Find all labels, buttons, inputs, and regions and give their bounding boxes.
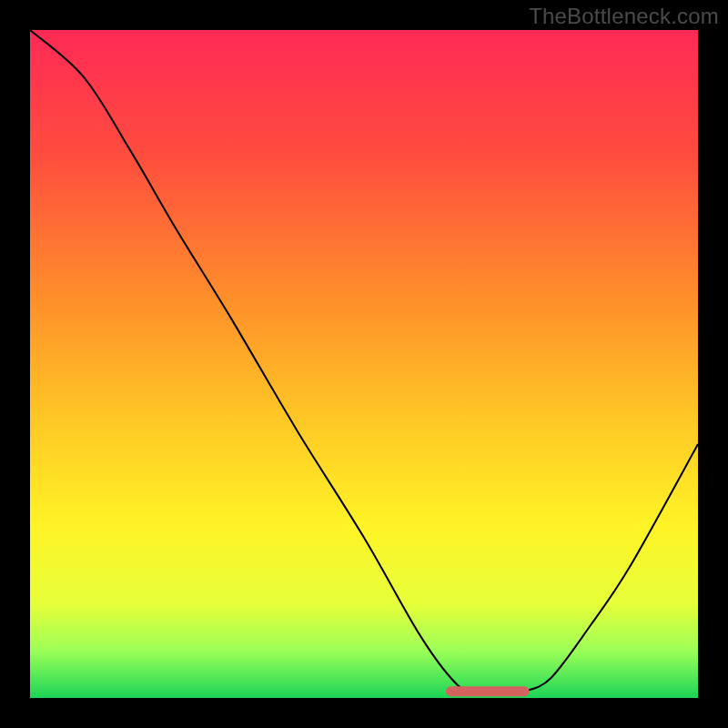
watermark-text: TheBottleneck.com: [529, 4, 719, 29]
plot-area: [30, 30, 698, 698]
chart-svg: [30, 30, 698, 698]
gradient-rect: [30, 30, 698, 698]
chart-frame: TheBottleneck.com: [0, 0, 728, 728]
